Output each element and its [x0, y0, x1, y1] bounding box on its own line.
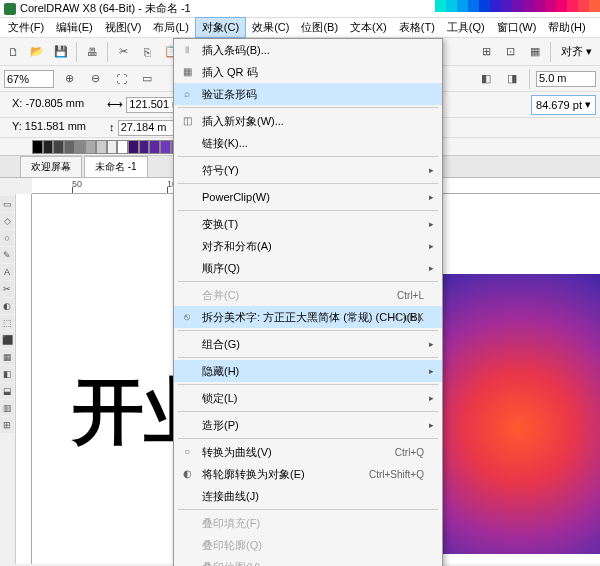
menu-item[interactable]: 视图(V)	[99, 18, 148, 37]
grid-icon[interactable]: ▦	[524, 41, 546, 63]
menu-item[interactable]: 文本(X)	[344, 18, 393, 37]
tool-a-icon[interactable]: ◧	[475, 68, 497, 90]
menu-item[interactable]: 对象(C)	[195, 17, 246, 38]
toolbox-tool[interactable]: ◇	[0, 213, 14, 229]
save-icon[interactable]: 💾	[50, 41, 72, 63]
menu-item[interactable]: 组合(G)	[174, 333, 442, 355]
menu-item[interactable]: 隐藏(H)	[174, 360, 442, 382]
menu-item[interactable]: PowerClip(W)	[174, 186, 442, 208]
palette-color[interactable]	[545, 0, 556, 12]
menu-item[interactable]: 工具(Q)	[441, 18, 491, 37]
palette-color[interactable]	[468, 0, 479, 12]
tab-welcome[interactable]: 欢迎屏幕	[20, 156, 82, 177]
menu-item[interactable]: ○转换为曲线(V)Ctrl+Q	[174, 441, 442, 463]
new-icon[interactable]: 🗋	[2, 41, 24, 63]
menu-item[interactable]: ◫插入新对象(W)...	[174, 110, 442, 132]
menu-item-label: 顺序(Q)	[202, 261, 240, 276]
toolbox-tool[interactable]: ⬛	[0, 332, 14, 348]
color-swatch[interactable]	[139, 140, 150, 154]
gradient-rectangle[interactable]	[420, 274, 600, 554]
toolbox-tool[interactable]: ◧	[0, 366, 14, 382]
toolbox-tool[interactable]: ✂	[0, 281, 14, 297]
color-swatch[interactable]	[43, 140, 54, 154]
menu-item[interactable]: 表格(T)	[393, 18, 441, 37]
zoom-out-icon[interactable]: ⊖	[84, 68, 106, 90]
color-swatch[interactable]	[128, 140, 139, 154]
palette-color[interactable]	[567, 0, 578, 12]
menu-item[interactable]: 编辑(E)	[50, 18, 99, 37]
palette-color[interactable]	[435, 0, 446, 12]
snap-icon[interactable]: ⊞	[476, 41, 498, 63]
menu-item[interactable]: ◐将轮廓转换为对象(E)Ctrl+Shift+Q	[174, 463, 442, 485]
menu-item[interactable]: 变换(T)	[174, 213, 442, 235]
font-size-select[interactable]: 84.679 pt ▾	[531, 95, 596, 115]
tab-document[interactable]: 未命名 -1	[84, 156, 148, 177]
menu-item[interactable]: ⎋拆分美术字: 方正正大黑简体 (常规) (CHC)(B)Ctrl+K	[174, 306, 442, 328]
menu-item[interactable]: 顺序(Q)	[174, 257, 442, 279]
menu-item[interactable]: ⦀插入条码(B)...	[174, 39, 442, 61]
stroke-width[interactable]: 5.0 m	[536, 71, 596, 87]
color-swatch[interactable]	[117, 140, 128, 154]
menu-item[interactable]: ⌕验证条形码	[174, 83, 442, 105]
guides-icon[interactable]: ⊡	[500, 41, 522, 63]
color-swatch[interactable]	[85, 140, 96, 154]
palette-color[interactable]	[534, 0, 545, 12]
menu-item[interactable]: 帮助(H)	[542, 18, 591, 37]
menu-item[interactable]: 造形(P)	[174, 414, 442, 436]
menu-item[interactable]: 文件(F)	[2, 18, 50, 37]
menu-item[interactable]: 连接曲线(J)	[174, 485, 442, 507]
color-swatch[interactable]	[32, 140, 43, 154]
zoom-fit-icon[interactable]: ⛶	[110, 68, 132, 90]
menu-item[interactable]: 布局(L)	[147, 18, 194, 37]
app-icon	[4, 3, 16, 15]
zoom-page-icon[interactable]: ▭	[136, 68, 158, 90]
tool-b-icon[interactable]: ◨	[501, 68, 523, 90]
menu-item[interactable]: 链接(K)...	[174, 132, 442, 154]
color-swatch[interactable]	[149, 140, 160, 154]
print-icon[interactable]: 🖶	[81, 41, 103, 63]
menu-item[interactable]: 效果(C)	[246, 18, 295, 37]
toolbox-tool[interactable]: ⬓	[0, 383, 14, 399]
color-swatch[interactable]	[107, 140, 118, 154]
palette-color[interactable]	[589, 0, 600, 12]
cut-icon[interactable]: ✂	[112, 41, 134, 63]
menu-item[interactable]: 锁定(L)	[174, 387, 442, 409]
toolbox-tool[interactable]: ▦	[0, 349, 14, 365]
menu-item[interactable]: 位图(B)	[295, 18, 344, 37]
color-swatch[interactable]	[75, 140, 86, 154]
toolbox-tool[interactable]: ▥	[0, 400, 14, 416]
color-swatch[interactable]	[64, 140, 75, 154]
color-swatch[interactable]	[160, 140, 171, 154]
color-swatch[interactable]	[53, 140, 64, 154]
toolbox-tool[interactable]: ○	[0, 230, 14, 246]
toolbox-tool[interactable]: ▭	[0, 196, 14, 212]
toolbox-tool[interactable]: ◐	[0, 298, 14, 314]
menu-bar[interactable]: 文件(F)编辑(E)视图(V)布局(L)对象(C)效果(C)位图(B)文本(X)…	[0, 18, 600, 38]
open-icon[interactable]: 📂	[26, 41, 48, 63]
palette-color[interactable]	[479, 0, 490, 12]
menu-item[interactable]: 窗口(W)	[491, 18, 543, 37]
palette-color[interactable]	[446, 0, 457, 12]
palette-color[interactable]	[512, 0, 523, 12]
zoom-input[interactable]	[4, 70, 54, 88]
menu-item[interactable]: 符号(Y)	[174, 159, 442, 181]
toolbox-tool[interactable]: ⬚	[0, 315, 14, 331]
menu-item[interactable]: ▦插入 QR 码	[174, 61, 442, 83]
toolbox-tool[interactable]: A	[0, 264, 14, 280]
palette-color[interactable]	[556, 0, 567, 12]
toolbox-tool[interactable]: ⊞	[0, 417, 14, 433]
color-palette-strip[interactable]	[435, 0, 600, 12]
obj-height[interactable]: 27.184 m	[118, 120, 178, 136]
palette-color[interactable]	[457, 0, 468, 12]
color-swatch[interactable]	[96, 140, 107, 154]
palette-color[interactable]	[501, 0, 512, 12]
gradient-swatches[interactable]	[32, 140, 192, 154]
palette-color[interactable]	[523, 0, 534, 12]
palette-color[interactable]	[578, 0, 589, 12]
copy-icon[interactable]: ⎘	[136, 41, 158, 63]
palette-color[interactable]	[490, 0, 501, 12]
toolbox-tool[interactable]: ✎	[0, 247, 14, 263]
menu-item[interactable]: 对齐和分布(A)	[174, 235, 442, 257]
zoom-in-icon[interactable]: ⊕	[58, 68, 80, 90]
align-dropdown[interactable]: 对齐 ▾	[555, 42, 598, 61]
